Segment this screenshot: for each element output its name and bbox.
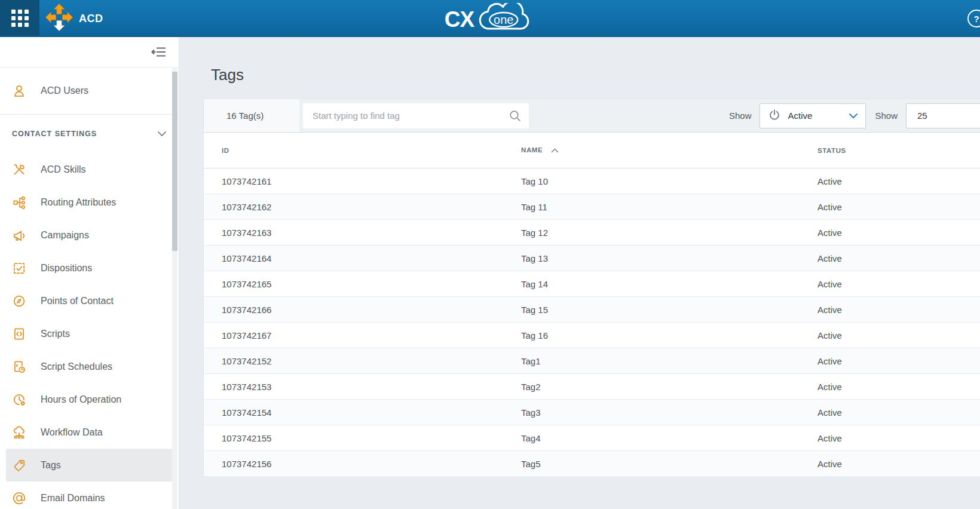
sidebar-item-acd-users[interactable]: ACD Users xyxy=(0,68,179,115)
cxone-logo: CX one xyxy=(445,3,535,36)
table-row[interactable]: 1073742162Tag 11Active xyxy=(204,194,980,220)
column-header-id[interactable]: ID xyxy=(204,133,521,168)
cxone-cx-text: CX xyxy=(445,5,474,35)
cell-id: 1073742153 xyxy=(204,374,521,400)
cell-name: Tag 10 xyxy=(521,168,817,194)
status-filter-dropdown[interactable]: Active xyxy=(760,103,866,128)
column-header-status[interactable]: STATUS xyxy=(817,133,980,168)
search-icon[interactable] xyxy=(509,109,522,125)
cell-id: 1073742152 xyxy=(204,348,521,374)
cell-id: 1073742163 xyxy=(204,220,521,246)
product-logo: ACD xyxy=(44,2,103,35)
sidebar-item-routing-attributes[interactable]: Routing Attributes xyxy=(6,186,173,219)
search-box xyxy=(303,103,529,128)
cell-status: Active xyxy=(817,246,980,271)
table-row[interactable]: 1073742167Tag 16Active xyxy=(204,323,980,348)
cell-id: 1073742161 xyxy=(204,168,521,194)
cell-status: Active xyxy=(817,297,980,323)
table-row[interactable]: 1073742165Tag 14Active xyxy=(204,271,980,297)
cell-name: Tag 14 xyxy=(521,271,817,297)
help-icon[interactable]: ? xyxy=(967,10,980,27)
cell-status: Active xyxy=(817,451,980,477)
status-filter-value: Active xyxy=(788,111,849,121)
cxone-cloud-icon: one xyxy=(476,3,535,36)
cell-status: Active xyxy=(817,348,980,374)
cell-name: Tag5 xyxy=(521,451,817,477)
tools-icon xyxy=(12,162,26,177)
sidebar-section-contact-settings[interactable]: CONTACT SETTINGS xyxy=(0,115,179,153)
cell-id: 1073742167 xyxy=(204,323,521,348)
table-body: 1073742161Tag 10Active1073742162Tag 11Ac… xyxy=(204,168,980,477)
sidebar-item-dispositions[interactable]: Dispositions xyxy=(6,252,173,284)
cell-id: 1073742154 xyxy=(204,400,521,425)
sidebar-item-hours-of-operation[interactable]: Hours of Operation xyxy=(6,383,173,416)
sidebar-item-label: Campaigns xyxy=(41,230,89,241)
collapse-sidebar-icon[interactable] xyxy=(151,45,167,59)
page-size-dropdown[interactable]: 25 xyxy=(906,103,980,128)
cell-status: Active xyxy=(817,168,980,194)
cell-status: Active xyxy=(817,425,980,451)
user-icon xyxy=(12,84,26,98)
cell-name: Tag 15 xyxy=(521,297,817,323)
table-row[interactable]: 1073742155Tag4Active xyxy=(204,425,980,451)
page-size-label: Show xyxy=(875,111,898,121)
sidebar-header xyxy=(0,37,179,68)
cell-name: Tag1 xyxy=(521,348,817,374)
at-sign-icon xyxy=(12,491,26,505)
table-row[interactable]: 1073742161Tag 10Active xyxy=(204,168,980,194)
sidebar-item-tags[interactable]: Tags xyxy=(6,449,173,482)
cell-id: 1073742164 xyxy=(204,246,521,271)
hierarchy-icon xyxy=(12,195,26,210)
sidebar-item-label: Dispositions xyxy=(41,263,92,274)
sidebar-item-campaigns[interactable]: Campaigns xyxy=(6,219,173,252)
sidebar-item-acd-skills[interactable]: ACD Skills xyxy=(6,153,173,186)
column-header-name[interactable]: NAME xyxy=(521,133,817,168)
sidebar-item-label: Hours of Operation xyxy=(41,394,121,405)
cell-id: 1073742165 xyxy=(204,271,521,297)
sidebar-item-email-domains[interactable]: Email Domains xyxy=(6,482,173,509)
sidebar-scrollbar-thumb[interactable] xyxy=(172,72,177,251)
cell-name: Tag 12 xyxy=(521,220,817,246)
status-filter-label: Show xyxy=(729,111,752,121)
sidebar-item-script-schedules[interactable]: Script Schedules xyxy=(6,350,173,383)
table-row[interactable]: 1073742166Tag 15Active xyxy=(204,297,980,323)
table-row[interactable]: 1073742164Tag 13Active xyxy=(204,246,980,271)
tag-icon xyxy=(12,458,26,473)
acd-arrows-icon xyxy=(44,2,74,35)
page-title: Tags xyxy=(179,37,980,84)
cell-id: 1073742166 xyxy=(204,297,521,323)
cloud-network-icon xyxy=(12,425,26,440)
table-header-row: ID NAME STATUS xyxy=(204,133,980,168)
cell-id: 1073742155 xyxy=(204,425,521,451)
table-row[interactable]: 1073742153Tag2Active xyxy=(204,374,980,400)
sidebar-item-label: Workflow Data xyxy=(41,427,103,438)
clock-gear-icon xyxy=(12,393,26,407)
search-input[interactable] xyxy=(303,103,529,128)
table-row[interactable]: 1073742154Tag3Active xyxy=(204,400,980,425)
table-row[interactable]: 1073742152Tag1Active xyxy=(204,348,980,374)
cell-name: Tag2 xyxy=(521,374,817,400)
cell-status: Active xyxy=(817,374,980,400)
cell-id: 1073742156 xyxy=(204,451,521,477)
tags-panel: 16 Tag(s) Show xyxy=(203,99,980,476)
megaphone-icon xyxy=(12,228,26,243)
sidebar-item-scripts[interactable]: Scripts xyxy=(6,317,173,350)
sort-asc-icon xyxy=(551,147,559,154)
cell-name: Tag 13 xyxy=(521,246,817,271)
sidebar-item-workflow-data[interactable]: Workflow Data xyxy=(6,416,173,449)
waffle-grid-icon xyxy=(11,10,29,27)
table-row[interactable]: 1073742163Tag 12Active xyxy=(204,220,980,246)
cell-name: Tag3 xyxy=(521,400,817,425)
main-content: Tags 16 Tag(s) Show xyxy=(179,37,980,509)
cell-status: Active xyxy=(817,220,980,246)
sidebar: ACD Users CONTACT SETTINGS ACD Skills xyxy=(0,37,179,509)
sidebar-item-label: Email Domains xyxy=(41,493,105,504)
sidebar-item-label: Routing Attributes xyxy=(41,197,116,208)
sidebar-item-points-of-contact[interactable]: Points of Contact xyxy=(6,284,173,317)
sidebar-item-label: Scripts xyxy=(41,329,70,339)
code-document-icon xyxy=(12,327,26,341)
app-launcher-button[interactable] xyxy=(0,0,39,36)
section-label: CONTACT SETTINGS xyxy=(12,130,157,138)
document-clock-icon xyxy=(12,360,26,374)
table-row[interactable]: 1073742156Tag5Active xyxy=(204,451,980,477)
